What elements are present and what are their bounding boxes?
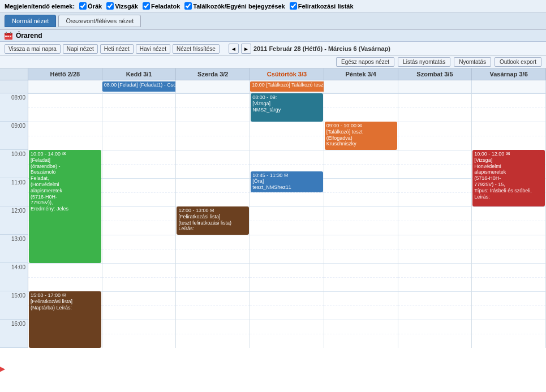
half-hour-line xyxy=(398,305,472,306)
event-block[interactable]: 10:45 - 11:30 ✉ [Óra] teszt_NMShez11 xyxy=(251,171,323,193)
allday-event[interactable]: 10:00 [Találkozó] Találkozó teszt (Elfog… xyxy=(250,81,324,92)
time-slot-1: 09:00 xyxy=(0,122,28,150)
half-hour-line xyxy=(102,221,176,221)
event-block[interactable]: 09:00 - 10:00 ✉ [Találkozó] teszt (Elfog… xyxy=(325,122,397,150)
time-header xyxy=(0,68,28,80)
view-tab-0[interactable]: Normál nézet xyxy=(5,15,56,27)
hour-line xyxy=(324,291,398,292)
view-tabs: Normál nézetÖsszevont/féléves nézet xyxy=(0,12,546,30)
hour-line xyxy=(250,122,324,122)
hour-line xyxy=(472,235,545,235)
event-block[interactable]: 08:00 - 09: [Vizsga] NMS2_tárgy xyxy=(251,93,323,122)
hour-line xyxy=(250,291,324,292)
half-hour-line xyxy=(398,164,472,165)
hour-line xyxy=(324,178,398,179)
view-tab-1[interactable]: Összevont/féléves nézet xyxy=(58,15,141,27)
hour-line xyxy=(250,320,324,320)
toolbar-btn-4[interactable]: Nézet frissítése xyxy=(173,44,220,54)
hour-line xyxy=(398,150,472,150)
header-bar: Órarend xyxy=(0,30,546,42)
allday-day-cell-5 xyxy=(398,80,472,93)
half-hour-line xyxy=(398,334,472,334)
half-hour-line xyxy=(176,164,250,165)
hour-line xyxy=(250,150,324,150)
half-hour-line xyxy=(102,164,176,165)
hour-line xyxy=(176,291,250,292)
day-header-1: Kedd 3/1 xyxy=(102,68,177,80)
hour-line xyxy=(28,93,102,94)
time-slot-2: 10:00 xyxy=(0,150,28,178)
event-block[interactable]: 10:00 - 14:00 ✉ [Feladat] (órarendbe) - … xyxy=(29,150,101,263)
hour-line xyxy=(324,263,398,264)
hour-line xyxy=(176,122,250,122)
section-title: Órarend xyxy=(16,32,42,40)
filter-checkbox-cb-vizsgak[interactable]: Vizsgák xyxy=(106,2,138,10)
hour-line xyxy=(472,320,545,320)
hour-line xyxy=(176,150,250,150)
time-slot-7: 15:00 xyxy=(0,291,28,320)
day-header-5: Szombat 3/5 xyxy=(398,68,472,80)
half-hour-line xyxy=(176,334,250,334)
half-hour-line xyxy=(324,334,398,334)
toolbar-btn-0[interactable]: Vissza a mai napra xyxy=(5,44,61,54)
hour-line xyxy=(102,178,176,179)
hour-line xyxy=(472,93,545,94)
half-hour-line xyxy=(324,192,398,193)
filter-checkbox-cb-feliratkozasi[interactable]: Feliratkozási listák xyxy=(290,2,354,10)
event-block[interactable]: 12:00 - 13:00 ✉ [Feliratkozási lista] (t… xyxy=(177,206,249,235)
hour-line xyxy=(250,263,324,264)
half-hour-line xyxy=(102,107,176,108)
half-hour-line xyxy=(472,136,545,136)
calendar-container: Hétfő 2/28Kedd 3/1Szerda 3/2Csütörtök 3/… xyxy=(0,68,546,376)
toolbar-btn-3[interactable]: Havi nézet xyxy=(136,44,170,54)
svg-rect-3 xyxy=(10,32,11,34)
nav-prev-btn[interactable]: ◄ xyxy=(229,44,239,54)
allday-day-cell-0 xyxy=(28,80,102,93)
filter-checkbox-cb-talalkozok[interactable]: Találkozók/Egyéni bejegyzések xyxy=(184,2,285,10)
day-col-5 xyxy=(398,93,472,348)
filter-checkbox-cb-orak[interactable]: Órák xyxy=(79,2,102,10)
filter-label: Megjelenítendő elemek: xyxy=(5,3,75,10)
hour-line xyxy=(472,206,545,207)
half-hour-line xyxy=(324,164,398,165)
half-hour-line xyxy=(28,136,102,136)
time-grid: 08:0009:0010:0011:0012:0013:0014:0015:00… xyxy=(0,93,546,376)
toolbar2-btn-2[interactable]: Nyomtatás xyxy=(454,57,491,67)
svg-rect-4 xyxy=(5,36,7,37)
day-col-1 xyxy=(102,93,177,348)
nav-next-btn[interactable]: ► xyxy=(241,44,251,54)
half-hour-line xyxy=(472,277,545,278)
day-header-0: Hétfő 2/28 xyxy=(28,68,102,80)
toolbar-btn-2[interactable]: Heti nézet xyxy=(100,44,134,54)
half-hour-line xyxy=(250,192,324,193)
hour-line xyxy=(102,235,176,235)
time-slot-3: 11:00 xyxy=(0,178,28,206)
svg-rect-6 xyxy=(10,36,11,37)
half-hour-line xyxy=(324,277,398,278)
hour-line xyxy=(398,178,472,179)
day-header-6: Vasárnap 3/6 xyxy=(472,68,546,80)
half-hour-line xyxy=(250,164,324,165)
toolbar2-btn-0[interactable]: Egész napos nézet xyxy=(336,57,394,67)
toolbar-btn-1[interactable]: Napi nézet xyxy=(63,44,98,54)
allday-event[interactable]: 08:00 [Feladat] (Feladat1) - Csoportos m… xyxy=(102,81,177,92)
half-hour-line xyxy=(472,249,545,249)
time-column: 08:0009:0010:0011:0012:0013:0014:0015:00… xyxy=(0,93,28,348)
hour-line xyxy=(102,150,176,150)
day-headers: Hétfő 2/28Kedd 3/1Szerda 3/2Csütörtök 3/… xyxy=(0,68,546,80)
event-block[interactable]: 15:00 - 17:00 ✉ [Feliratkozási lista] (N… xyxy=(29,291,101,348)
event-block[interactable]: 10:00 - 12:00 ✉ [Vizsga] Honvédelmi alap… xyxy=(472,150,545,206)
toolbar2-btn-1[interactable]: Listás nyomtatás xyxy=(398,57,450,67)
filter-checkbox-cb-feladatok[interactable]: Feladatok xyxy=(143,2,180,10)
hour-line xyxy=(176,235,250,235)
hour-line xyxy=(398,122,472,122)
half-hour-line xyxy=(324,221,398,221)
checkbox-group: ÓrákVizsgákFeladatokTalálkozók/Egyéni be… xyxy=(79,2,353,10)
toolbar2-btn-3[interactable]: Outlook export xyxy=(495,57,541,67)
allday-day-cell-6 xyxy=(472,80,546,93)
hour-line xyxy=(176,93,250,94)
hour-line xyxy=(102,320,176,320)
day-header-3: Csütörtök 3/3 xyxy=(250,68,324,80)
hour-line xyxy=(398,93,472,94)
half-hour-line xyxy=(176,305,250,306)
